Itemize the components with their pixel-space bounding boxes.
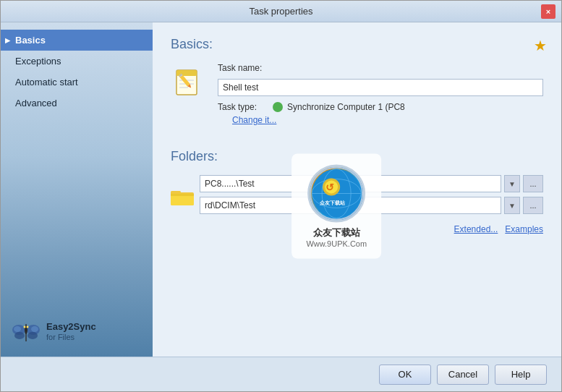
task-name-input[interactable]	[218, 79, 543, 96]
folder-icon	[171, 187, 194, 207]
cancel-button[interactable]: Cancel	[437, 365, 489, 385]
sidebar-nav: Basics Exceptions Automatic start Advanc…	[1, 30, 153, 310]
sidebar-branding: Easy2Sync for Files	[1, 310, 153, 357]
folder1-browse-button[interactable]: ...	[523, 175, 543, 192]
folder-links: Extended... Examples	[171, 224, 543, 234]
folders-section: Folders: ▼	[171, 149, 543, 234]
close-button[interactable]: ×	[541, 4, 555, 19]
svg-point-9	[27, 326, 29, 328]
basics-inner: Task name: Task type: Synchronize Comput…	[171, 63, 543, 131]
task-name-label: Task name:	[218, 63, 268, 73]
brand-name: Easy2Sync	[46, 321, 96, 333]
folder1-row: ▼ ...	[200, 175, 543, 192]
form-area: Task name: Task type: Synchronize Comput…	[218, 63, 543, 131]
task-icon-area	[171, 63, 207, 101]
svg-point-2	[14, 332, 25, 339]
sidebar-item-automatic-start[interactable]: Automatic start	[1, 72, 153, 93]
task-type-value: Synchronize Computer 1 (PC8	[287, 102, 405, 112]
main-content: ★ Basics:	[153, 22, 561, 357]
svg-point-3	[27, 332, 38, 339]
brand-info: Easy2Sync for Files	[46, 321, 96, 342]
folder2-dropdown-button[interactable]: ▼	[504, 197, 520, 214]
folder-inputs-area: ▼ ... ▼ ...	[200, 175, 543, 218]
brand-subtext: for Files	[46, 333, 96, 341]
svg-rect-22	[171, 194, 194, 196]
ok-button[interactable]: OK	[379, 365, 431, 385]
watermark-text-line2: Www.9UPK.Com	[306, 239, 367, 248]
folder-row: ▼ ... ▼ ...	[171, 175, 543, 218]
examples-link[interactable]: Examples	[505, 224, 543, 234]
sidebar-item-basics[interactable]: Basics	[1, 30, 153, 51]
sidebar: Basics Exceptions Automatic start Advanc…	[1, 22, 153, 357]
sidebar-item-exceptions[interactable]: Exceptions	[1, 51, 153, 72]
help-button[interactable]: Help	[495, 365, 547, 385]
task-type-label: Task type:	[218, 102, 268, 112]
extended-link[interactable]: Extended...	[454, 224, 498, 234]
svg-point-4	[14, 326, 21, 332]
task-name-input-row	[218, 79, 543, 96]
change-link[interactable]: Change it...	[232, 115, 276, 125]
section-title-basics: Basics:	[171, 37, 543, 52]
title-bar: Task properties ×	[1, 1, 561, 22]
folder2-browse-button[interactable]: ...	[523, 197, 543, 214]
sync-icon	[273, 102, 283, 112]
folder1-input[interactable]	[200, 175, 501, 192]
folder1-dropdown-button[interactable]: ▼	[504, 175, 520, 192]
window-title: Task properties	[21, 6, 541, 17]
bottom-bar: OK Cancel Help	[1, 357, 561, 391]
pencil-icon	[171, 63, 205, 98]
butterfly-icon	[12, 317, 41, 346]
sidebar-item-advanced[interactable]: Advanced	[1, 93, 153, 114]
folder2-row: ▼ ...	[200, 197, 543, 214]
task-name-row: Task name:	[218, 63, 543, 73]
content-area: Basics Exceptions Automatic start Advanc…	[1, 22, 561, 357]
basics-section: Basics:	[171, 37, 543, 131]
section-title-folders: Folders:	[171, 149, 543, 164]
svg-point-5	[31, 326, 38, 332]
change-link-row: Change it...	[218, 115, 543, 125]
task-properties-window: Task properties × Basics Exceptions Auto…	[0, 0, 562, 392]
svg-point-8	[24, 326, 26, 328]
favorite-button[interactable]: ★	[534, 37, 547, 54]
folder2-input[interactable]	[200, 197, 501, 214]
task-type-row: Task type: Synchronize Computer 1 (PC8	[218, 102, 543, 112]
